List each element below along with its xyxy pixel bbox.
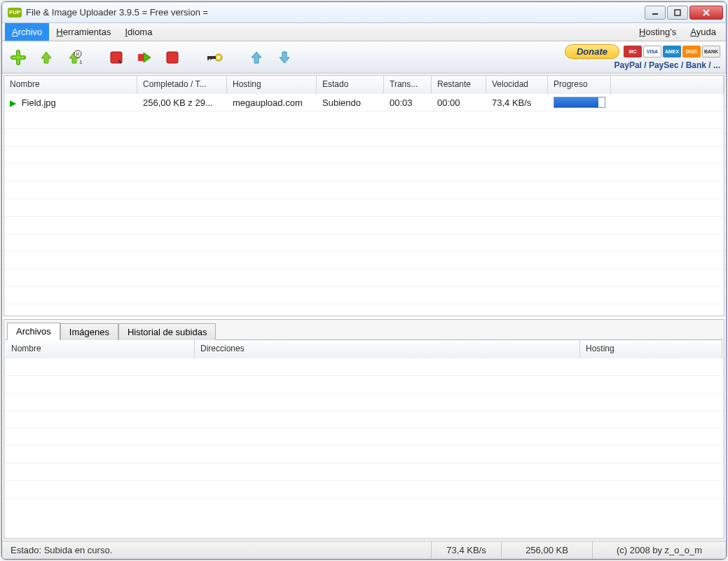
donate-area: Donate MC VISA AMEX DISC BANK PayPal / P… [565,44,720,70]
svg-rect-14 [210,56,212,60]
tab-imagenes[interactable]: Imágenes [60,323,118,340]
col-hosting[interactable]: Hosting [227,76,317,94]
lower-panel: Archivos Imágenes Historial de subidas N… [4,319,724,539]
menu-hostings[interactable]: Hosting's [632,23,683,41]
app-window: FUP File & Image Uploader 3.9.5 = Free v… [1,1,727,560]
mastercard-icon: MC [624,46,642,58]
progress-bar [554,97,605,108]
donate-subtext: PayPal / PaySec / Bank / ... [565,60,720,70]
col-nombre[interactable]: Nombre [4,76,137,94]
maximize-icon [674,9,681,16]
cell-restante: 00:00 [432,95,486,110]
col-velocidad[interactable]: Velocidad [486,76,548,94]
move-up-icon [39,50,54,65]
lower-empty-rows [6,358,722,499]
go-button[interactable] [134,47,155,68]
cell-nombre: Field.jpg [22,97,56,108]
menubar: Archivo Herramientas Idioma Hosting's Ay… [2,23,726,41]
maximize-button[interactable] [667,6,688,20]
app-icon: FUP [8,8,22,18]
move-up-r-button[interactable]: R1 [64,47,85,68]
close-icon [702,8,710,17]
window-title: File & Image Uploader 3.9.5 = Free versi… [26,7,645,18]
visa-icon: VISA [643,46,661,58]
tabs: Archivos Imágenes Historial de subidas [4,320,724,339]
menu-archivo[interactable]: Archivo [5,23,49,41]
remove-icon [165,50,179,65]
table-header: Nombre Completado / T... Hosting Estado … [4,76,724,94]
svg-point-11 [217,56,220,59]
key-icon [206,52,223,63]
stop-icon [109,50,123,65]
move-up-button[interactable] [36,47,57,68]
statusbar: Estado: Subida en curso. 73,4 KB/s 256,0… [2,541,726,559]
col2-nombre[interactable]: Nombre [6,340,195,358]
minimize-icon [652,9,659,16]
blue-down-icon [278,50,291,65]
status-speed: 73,4 KB/s [432,541,502,559]
col-estado[interactable]: Estado [317,76,384,94]
menu-ayuda[interactable]: Ayuda [683,23,723,41]
payment-badges: MC VISA AMEX DISC BANK [624,46,720,58]
svg-rect-13 [207,56,209,60]
minimize-button[interactable] [645,6,666,20]
menu-idioma[interactable]: Idioma [118,23,159,41]
svg-text:1: 1 [79,59,82,65]
toolbar: R1 Donate MC VISA [2,41,726,74]
add-button[interactable] [8,47,29,68]
stop-button[interactable] [106,47,127,68]
svg-rect-1 [675,10,680,15]
cell-velocidad: 73,4 KB/s [486,95,548,110]
key-button[interactable] [204,47,225,68]
titlebar: FUP File & Image Uploader 3.9.5 = Free v… [2,2,726,23]
move-up-r-icon: R1 [67,50,82,65]
col2-hosting[interactable]: Hosting [580,340,722,358]
remove-button[interactable] [162,47,183,68]
go-icon [137,50,152,65]
bank-icon: BANK [702,46,720,58]
svg-rect-8 [138,54,144,61]
status-text: Estado: Subida en curso. [2,541,432,559]
svg-text:R: R [76,52,79,57]
cell-trans: 00:03 [384,95,432,110]
tab-content: Nombre Direcciones Hosting [6,339,722,537]
blue-up-button[interactable] [246,47,267,68]
col-trans[interactable]: Trans... [384,76,432,94]
cell-estado: Subiendo [317,95,384,110]
upload-table: Nombre Completado / T... Hosting Estado … [4,75,724,316]
discover-icon: DISC [682,46,701,58]
col-restante[interactable]: Restante [432,76,486,94]
cell-completado: 256,00 KB z 29... [137,95,227,110]
tab-archivos[interactable]: Archivos [7,323,60,340]
col-completado[interactable]: Completado / T... [137,76,227,94]
empty-rows [4,111,724,304]
progress-fill [554,97,598,107]
add-icon [11,50,26,65]
blue-down-button[interactable] [274,47,295,68]
col-progreso[interactable]: Progreso [548,76,611,94]
table-row[interactable]: ▶ Field.jpg 256,00 KB z 29... megaupload… [4,94,724,111]
close-button[interactable] [689,6,723,20]
donate-button[interactable]: Donate [565,44,619,59]
status-size: 256,00 KB [502,541,593,559]
cell-hosting: megaupload.com [227,95,317,110]
amex-icon: AMEX [663,46,681,58]
tab-historial[interactable]: Historial de subidas [118,323,216,340]
content-area: Nombre Completado / T... Hosting Estado … [2,74,726,541]
blue-up-icon [250,50,263,65]
uploading-icon: ▶ [10,98,16,108]
status-copyright: (c) 2008 by z_o_o_m [593,541,726,559]
menu-herramientas[interactable]: Herramientas [49,23,118,41]
svg-rect-9 [167,52,178,63]
col2-direcciones[interactable]: Direcciones [195,340,580,358]
lower-table-header: Nombre Direcciones Hosting [6,340,722,358]
